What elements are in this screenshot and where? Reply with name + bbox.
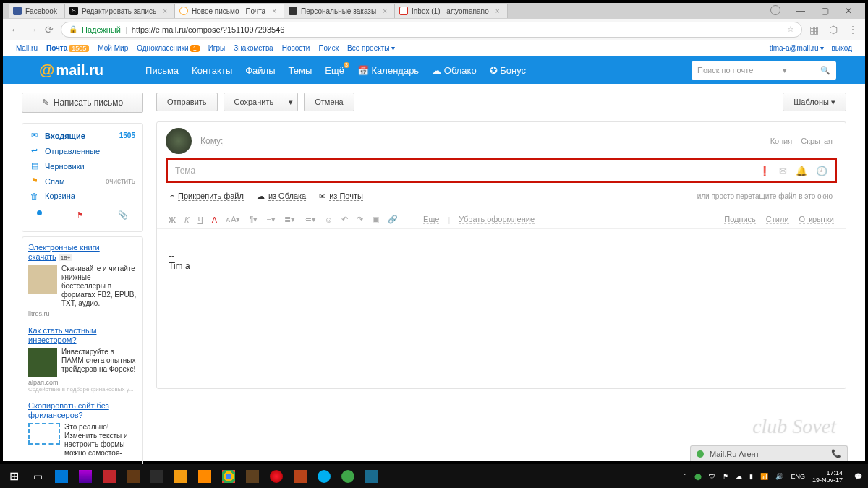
volume-icon[interactable]: 🔊 xyxy=(775,473,783,480)
ad-item[interactable]: Как стать частным инвестором? Инвестируй… xyxy=(28,326,137,393)
italic-icon[interactable]: К xyxy=(184,215,189,224)
taskbar-app[interactable] xyxy=(197,468,213,484)
taskbar-app[interactable] xyxy=(54,468,69,484)
browser-tab[interactable]: SРедактировать запись× xyxy=(65,4,175,18)
attach-mail[interactable]: ✉из Почты xyxy=(319,192,363,201)
color-icon[interactable]: A xyxy=(212,215,217,224)
undo-icon[interactable]: ↶ xyxy=(341,215,348,224)
link-icon[interactable]: 🔗 xyxy=(388,215,398,224)
underline-icon[interactable]: Ч xyxy=(197,215,203,224)
message-body[interactable]: -- Tim a xyxy=(157,229,846,388)
tray-chevron-icon[interactable]: ˄ xyxy=(684,473,687,480)
image-icon[interactable]: ▣ xyxy=(372,215,379,224)
close-icon[interactable]: × xyxy=(495,7,500,15)
profile-icon[interactable] xyxy=(770,5,780,15)
logout-link[interactable]: выход xyxy=(831,44,852,52)
tray-icon[interactable]: ☁ xyxy=(736,473,742,480)
cancel-button[interactable]: Отмена xyxy=(304,93,354,111)
tray-icon[interactable]: ⬤ xyxy=(694,473,702,480)
schedule-icon[interactable]: 🕘 xyxy=(816,166,827,176)
taskbar-app[interactable] xyxy=(101,468,117,484)
flag-filter-icon[interactable]: ⚑ xyxy=(77,210,84,220)
portal-link-projects[interactable]: Все проекты ▾ xyxy=(347,44,395,52)
send-button[interactable]: Отправить xyxy=(156,93,218,111)
cc-link[interactable]: Копия xyxy=(770,137,793,145)
url-box[interactable]: 🔒 Надежный | https://e.mail.ru/compose/?… xyxy=(61,22,802,38)
battery-icon[interactable]: ▮ xyxy=(749,473,753,480)
clock[interactable]: 17:1419-Nov-17 xyxy=(812,469,847,484)
portal-link[interactable]: Знакомства xyxy=(234,44,273,52)
wifi-icon[interactable]: 📶 xyxy=(760,473,768,480)
nav-more[interactable]: Ещё3 xyxy=(325,65,344,76)
clear-format[interactable]: Убрать оформление xyxy=(459,215,535,224)
attach-cloud[interactable]: ☁из Облака xyxy=(257,192,306,201)
lang-indicator[interactable]: ENG xyxy=(791,473,805,480)
tray-icon[interactable]: ⚑ xyxy=(723,473,728,480)
folder-trash[interactable]: 🗑Корзина xyxy=(22,189,142,203)
menu-icon[interactable]: ⋮ xyxy=(848,24,858,35)
start-button[interactable]: ⊞ xyxy=(6,468,22,484)
folder-sent[interactable]: ↩Отправленные xyxy=(22,143,142,158)
browser-tab[interactable]: Персональные заказы× xyxy=(284,4,395,18)
phone-icon[interactable]: 📞 xyxy=(831,449,841,458)
priority-icon[interactable]: ❗ xyxy=(759,166,770,176)
close-icon[interactable]: × xyxy=(272,7,276,15)
star-icon[interactable]: ☆ xyxy=(787,25,794,34)
close-window-icon[interactable]: ✕ xyxy=(845,6,852,16)
subject-row-highlighted[interactable]: Тема ❗ ✉ 🔔 🕘 xyxy=(166,158,837,183)
hr-icon[interactable]: ― xyxy=(407,215,414,224)
abp-icon[interactable]: ⬡ xyxy=(829,24,838,35)
clear-spam-link[interactable]: очистить xyxy=(106,177,135,185)
redo-icon[interactable]: ↷ xyxy=(357,215,363,224)
templates-button[interactable]: Шаблоны ▾ xyxy=(783,93,846,111)
browser-tab[interactable]: Facebook xyxy=(9,4,65,18)
toolbar-more[interactable]: Еще xyxy=(423,215,439,224)
list-icon[interactable]: ≔▾ xyxy=(304,215,316,224)
taskbar-app[interactable] xyxy=(292,468,308,484)
user-email[interactable]: tima-a@mail.ru ▾ xyxy=(770,44,825,52)
browser-tab[interactable]: Inbox (1) - artyomanano× xyxy=(395,4,508,18)
mailru-logo[interactable]: @mail.ru xyxy=(39,61,103,80)
taskbar-app[interactable] xyxy=(244,468,260,484)
taskbar-app[interactable] xyxy=(149,468,165,484)
portal-link[interactable]: Мой Мир xyxy=(98,44,128,52)
nav-cloud[interactable]: ☁ Облако xyxy=(432,65,476,76)
forward-icon[interactable]: → xyxy=(27,24,38,35)
grid-icon[interactable]: ▦ xyxy=(809,24,819,35)
to-label[interactable]: Кому: xyxy=(200,136,223,146)
mailru-agent-bar[interactable]: Mail.Ru Агент 📞 xyxy=(690,445,848,461)
search-icon[interactable]: 🔍 xyxy=(820,66,830,75)
bold-icon[interactable]: Ж xyxy=(169,215,176,224)
nav-contacts[interactable]: Контакты xyxy=(192,65,232,76)
portal-link[interactable]: Одноклассники1 xyxy=(137,44,199,52)
compose-button[interactable]: ✎ Написать письмо xyxy=(22,93,143,113)
ad-item[interactable]: Скопировать сайт без фрилансеров? Это ре… xyxy=(28,401,137,458)
signature-link[interactable]: Подпись xyxy=(724,215,756,224)
opera-icon[interactable] xyxy=(268,468,284,484)
maximize-icon[interactable]: ▢ xyxy=(821,6,829,16)
notify-icon[interactable]: 🔔 xyxy=(796,166,807,176)
portal-link[interactable]: Игры xyxy=(208,44,226,52)
portal-link[interactable]: Поиск xyxy=(318,44,339,52)
portal-link[interactable]: Новости xyxy=(282,44,310,52)
portal-link[interactable]: Mail.ru xyxy=(16,44,38,52)
tray-icon[interactable]: 🛡 xyxy=(709,473,715,480)
nav-bonus[interactable]: ✪ Бонус xyxy=(490,65,526,76)
nav-letters[interactable]: Письма xyxy=(145,65,179,76)
task-view-icon[interactable]: ▭ xyxy=(30,468,46,484)
taskbar-app[interactable] xyxy=(77,468,93,484)
skype-icon[interactable] xyxy=(316,468,332,484)
folder-inbox[interactable]: ✉Входящие1505 xyxy=(22,128,142,143)
chrome-icon[interactable] xyxy=(221,468,237,484)
nav-files[interactable]: Файлы xyxy=(245,65,275,76)
styles-link[interactable]: Стили xyxy=(766,215,789,224)
attach-file[interactable]: 𝄐Прикрепить файл xyxy=(170,192,244,201)
notifications-icon[interactable]: 💬 xyxy=(854,473,862,480)
receipt-icon[interactable]: ✉ xyxy=(779,166,787,176)
emoji-icon[interactable]: ☺ xyxy=(325,215,333,224)
bcc-link[interactable]: Скрытая xyxy=(801,137,833,145)
utorrent-icon[interactable] xyxy=(340,468,356,484)
browser-tab-active[interactable]: Новое письмо - Почта× xyxy=(175,4,284,18)
taskbar-app[interactable] xyxy=(173,468,189,484)
folder-spam[interactable]: ⚑Спамочистить xyxy=(22,174,142,189)
